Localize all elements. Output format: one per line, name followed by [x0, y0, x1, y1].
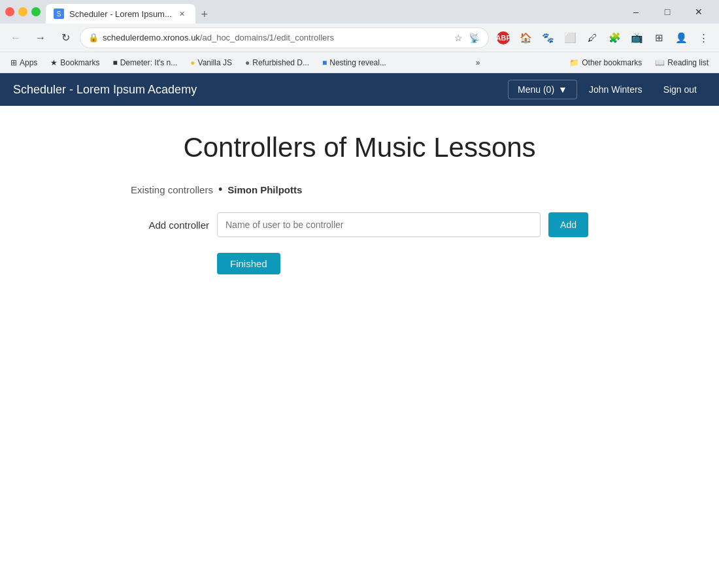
reading-list-icon: 📖 — [655, 58, 665, 67]
more-bookmarks[interactable]: » — [471, 56, 486, 70]
apps-icon: ⊞ — [10, 58, 17, 67]
bookmark-star-icon[interactable]: ☆ — [452, 31, 465, 44]
tab-search-btn[interactable]: ⊞ — [648, 27, 669, 48]
close-btn[interactable]: ✕ — [684, 0, 714, 24]
bookmark-vanilla-js[interactable]: ● Vanilla JS — [185, 56, 237, 70]
lock-icon: 🔒 — [88, 33, 99, 42]
refurbished-icon: ● — [245, 58, 250, 67]
add-controller-button[interactable]: Add — [548, 212, 588, 237]
demeter-icon: ■ — [112, 58, 117, 67]
star-icon: ★ — [50, 58, 58, 67]
extension-btn-3[interactable]: ⬜ — [560, 27, 580, 48]
tab-title: Scheduler - Lorem Ipsum... — [69, 9, 172, 19]
abp-icon: ABP — [497, 31, 510, 44]
nesting-icon: ■ — [322, 58, 327, 67]
url-text: schedulerdemo.xronos.uk/ad_hoc_domains/1… — [103, 33, 448, 42]
abp-extension[interactable]: ABP — [493, 27, 514, 48]
tab-favicon: S — [54, 8, 64, 19]
maximize-window-button[interactable] — [31, 7, 41, 16]
controller-name-input[interactable] — [217, 212, 541, 237]
user-profile-btn[interactable]: 👤 — [671, 27, 692, 48]
cast-btn[interactable]: 📺 — [626, 27, 647, 48]
minimize-window-button[interactable] — [18, 7, 27, 16]
minimize-btn[interactable]: – — [621, 0, 651, 24]
extension-btn-1[interactable]: 🏠 — [515, 27, 536, 48]
reading-list[interactable]: 📖 Reading list — [650, 56, 714, 70]
bookmark-demeter[interactable]: ■ Demeter: It's n... — [107, 56, 182, 70]
sign-out-button[interactable]: Sign out — [654, 80, 706, 99]
chevron-down-icon: ▼ — [558, 84, 567, 95]
more-options-btn[interactable]: ⋮ — [693, 27, 714, 48]
add-controller-label: Add controller — [131, 220, 209, 231]
finished-button[interactable]: Finished — [217, 253, 280, 274]
extension-btn-2[interactable]: 🐾 — [537, 27, 558, 48]
main-content: Controllers of Music Lessons Existing co… — [0, 106, 719, 588]
restore-btn[interactable]: □ — [652, 0, 682, 24]
folder-icon: 📁 — [569, 58, 579, 67]
close-tab-button[interactable]: ✕ — [177, 8, 188, 19]
new-tab-button[interactable]: + — [195, 5, 214, 24]
extension-btn-4[interactable]: 🖊 — [582, 27, 603, 48]
bookmark-apps[interactable]: ⊞ Apps — [5, 56, 42, 70]
bookmarks-bar: ⊞ Apps ★ Bookmarks ■ Demeter: It's n... … — [0, 52, 719, 73]
app-navbar: Scheduler - Lorem Ipsum Academy Menu (0)… — [0, 73, 719, 106]
close-window-button[interactable] — [5, 7, 14, 16]
active-tab[interactable]: S Scheduler - Lorem Ipsum... ✕ — [46, 4, 195, 24]
bullet-separator: • — [218, 183, 222, 197]
url-bar[interactable]: 🔒 schedulerdemo.xronos.uk/ad_hoc_domains… — [80, 27, 489, 48]
user-name-button[interactable]: John Winters — [580, 80, 652, 99]
back-button[interactable]: ← — [5, 27, 26, 48]
bookmark-nesting[interactable]: ■ Nesting reveal... — [317, 56, 392, 70]
cast-icon[interactable]: 📡 — [467, 31, 480, 44]
controllers-section: Existing controllers • Simon Philpotts A… — [131, 183, 588, 274]
forward-button[interactable]: → — [30, 27, 51, 48]
bookmark-bookmarks[interactable]: ★ Bookmarks — [45, 56, 105, 70]
extension-btn-5[interactable]: 🧩 — [604, 27, 625, 48]
existing-controllers-label: Existing controllers — [131, 184, 213, 195]
controller-name: Simon Philpotts — [227, 184, 302, 195]
reload-button[interactable]: ↻ — [55, 27, 76, 48]
app-title: Scheduler - Lorem Ipsum Academy — [13, 83, 508, 97]
existing-controllers-row: Existing controllers • Simon Philpotts — [131, 183, 588, 197]
finished-row: Finished — [131, 253, 588, 274]
menu-button[interactable]: Menu (0) ▼ — [508, 80, 577, 99]
vanilla-icon: ● — [190, 58, 195, 67]
page-content: Scheduler - Lorem Ipsum Academy Menu (0)… — [0, 73, 719, 588]
other-bookmarks[interactable]: 📁 Other bookmarks — [564, 56, 647, 70]
page-title: Controllers of Music Lessons — [183, 132, 535, 163]
add-controller-row: Add controller Add — [131, 212, 588, 237]
bookmark-refurbished[interactable]: ● Refurbished D... — [240, 56, 314, 70]
